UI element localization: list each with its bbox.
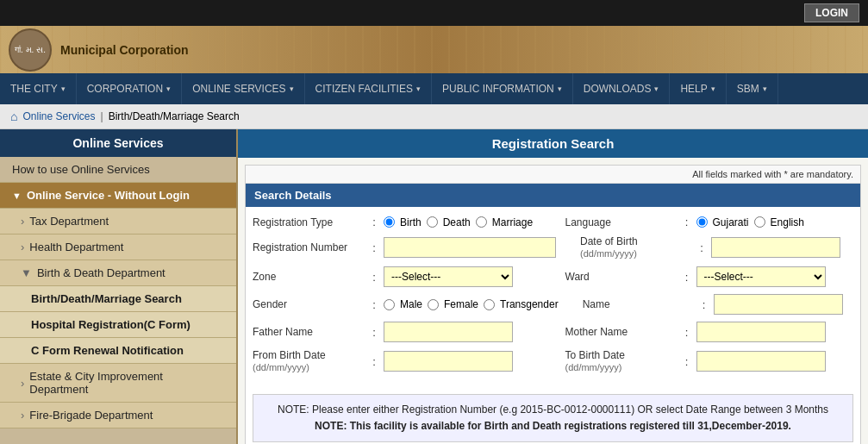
- main-content: Registration Search All fields marked wi…: [238, 129, 868, 444]
- sidebar-item-health[interactable]: › Health Department: [0, 235, 236, 260]
- content-header: Registration Search: [238, 129, 868, 158]
- language-english-label[interactable]: English: [771, 216, 804, 228]
- to-birth-date-label: To Birth Date (dd/mm/yyyy): [565, 349, 678, 373]
- reg-type-marriage-label[interactable]: Marriage: [492, 216, 533, 228]
- chevron-down-icon: ▾: [654, 84, 659, 93]
- ward-label: Ward: [565, 271, 678, 283]
- gender-transgender-radio[interactable]: [484, 299, 495, 310]
- arrow-icon: ›: [21, 409, 24, 422]
- main-layout: Online Services How to use Online Servic…: [0, 129, 868, 444]
- note-2: NOTE: This facility is available for Bir…: [262, 418, 844, 435]
- reg-type-label: Registration Type: [253, 216, 365, 228]
- date-of-birth-input[interactable]: [711, 237, 840, 258]
- to-birth-date-input[interactable]: [696, 351, 826, 372]
- sidebar-item-birth-death[interactable]: ▼ Birth & Death Department: [0, 260, 236, 286]
- dob-label: Date of Birth (dd/mm/yyyy): [580, 235, 692, 260]
- language-gujarati-radio[interactable]: [696, 216, 708, 228]
- arrow-icon: ▼: [21, 266, 32, 279]
- zone-select[interactable]: ---Select---: [384, 266, 513, 287]
- father-name-input[interactable]: [384, 322, 513, 342]
- note-box: NOTE: Please enter either Registration N…: [253, 394, 853, 442]
- mother-name-label: Mother Name: [565, 326, 678, 338]
- gender-male-radio[interactable]: [384, 299, 395, 310]
- chevron-down-icon: ▾: [166, 84, 171, 93]
- nav-corporation[interactable]: CORPORATION ▾: [77, 73, 182, 104]
- row-gender-name: Gender : Male Female Transgender Name: [253, 294, 853, 315]
- note-1: NOTE: Please enter either Registration N…: [262, 402, 844, 418]
- gender-male-label[interactable]: Male: [400, 298, 422, 310]
- sidebar-item-tax[interactable]: › Tax Department: [0, 209, 236, 235]
- arrow-icon: ▼: [12, 191, 22, 201]
- mother-name-input[interactable]: [696, 322, 826, 342]
- nav-public-information[interactable]: PUBLIC INFORMATION ▾: [432, 73, 573, 104]
- language-label: Language: [565, 216, 678, 228]
- gender-transgender-label[interactable]: Transgender: [500, 298, 559, 310]
- arrow-icon: ›: [21, 377, 24, 390]
- search-details-header: Search Details: [246, 184, 860, 207]
- row-parents: Father Name : Mother Name :: [253, 322, 853, 342]
- sidebar-item-estate[interactable]: › Estate & City Improvement Department: [0, 364, 236, 403]
- sidebar-item-birth-search[interactable]: Birth/Death/Marriage Search: [0, 286, 236, 312]
- reg-type-death-radio[interactable]: [427, 216, 438, 228]
- name-label: Name: [583, 298, 695, 310]
- row-reg-type: Registration Type : Birth Death Marriage: [253, 216, 853, 228]
- from-birth-date-input[interactable]: [384, 351, 513, 372]
- reg-number-label: Registration Number: [253, 241, 365, 253]
- gender-female-label[interactable]: Female: [444, 298, 478, 310]
- zone-label: Zone: [253, 271, 365, 283]
- form-body: Registration Type : Birth Death Marriage: [246, 207, 860, 389]
- nav-citizen-facilities[interactable]: CITIZEN FACILITIES ▾: [305, 73, 432, 104]
- chevron-down-icon: ▾: [558, 84, 562, 93]
- logo-bar: गां. મ. સ. Municipal Corporation: [0, 26, 868, 73]
- name-input[interactable]: [714, 294, 843, 315]
- chevron-down-icon: ▾: [763, 84, 767, 93]
- breadcrumb-current: Birth/Death/Marriage Search: [109, 110, 240, 122]
- registration-number-input[interactable]: [384, 237, 556, 258]
- gender-label: Gender: [253, 298, 365, 310]
- chevron-down-icon: ▾: [290, 84, 294, 93]
- breadcrumb-online-services[interactable]: Online Services: [22, 110, 95, 122]
- sidebar-item-cform-renewal[interactable]: C Form Renewal Notification: [0, 338, 236, 364]
- language-radio: Gujarati English: [696, 216, 804, 228]
- nav-downloads[interactable]: DOWNLOADS ▾: [573, 73, 671, 104]
- sidebar-item-how-to[interactable]: How to use Online Services: [0, 157, 236, 183]
- row-date-range: From Birth Date (dd/mm/yyyy) : To Birth …: [253, 349, 853, 373]
- top-header: LOGIN: [0, 0, 868, 26]
- nav-sbm[interactable]: SBM ▾: [727, 73, 778, 104]
- arrow-icon: ›: [21, 241, 24, 253]
- reg-type-birth-label[interactable]: Birth: [400, 216, 422, 228]
- language-english-radio[interactable]: [754, 216, 765, 228]
- logo-emblem: गां. મ. સ.: [9, 28, 52, 72]
- mandatory-note: All fields marked with * are mandatory.: [246, 166, 860, 184]
- gender-female-radio[interactable]: [428, 299, 439, 310]
- row-reg-number: Registration Number : Date of Birth (dd/…: [253, 235, 853, 260]
- registration-type-radio: Birth Death Marriage: [384, 216, 533, 228]
- breadcrumb: ⌂ Online Services | Birth/Death/Marriage…: [0, 104, 868, 129]
- reg-type-marriage-radio[interactable]: [476, 216, 487, 228]
- reg-type-birth-radio[interactable]: [384, 216, 395, 228]
- chevron-down-icon: ▾: [61, 84, 66, 93]
- nav-bar: THE CITY ▾ CORPORATION ▾ ONLINE SERVICES…: [0, 73, 868, 104]
- sidebar-item-hospital-reg[interactable]: Hospital Registration(C Form): [0, 312, 236, 338]
- chevron-down-icon: ▾: [711, 84, 715, 93]
- language-gujarati-label[interactable]: Gujarati: [713, 216, 749, 228]
- nav-help[interactable]: HELP ▾: [670, 73, 726, 104]
- from-birth-date-label: From Birth Date (dd/mm/yyyy): [253, 349, 365, 373]
- gender-radio: Male Female Transgender: [384, 298, 559, 310]
- reg-type-death-label[interactable]: Death: [443, 216, 471, 228]
- form-container: All fields marked with * are mandatory. …: [245, 165, 861, 444]
- sidebar-item-without-login[interactable]: ▼ Online Service - Without Login: [0, 183, 236, 209]
- login-button[interactable]: LOGIN: [804, 3, 859, 22]
- corporation-name: Municipal Corporation: [60, 43, 189, 57]
- home-icon: ⌂: [10, 109, 17, 123]
- row-zone-ward: Zone : ---Select--- Ward : ---Select---: [253, 266, 853, 287]
- ward-select[interactable]: ---Select---: [696, 266, 826, 287]
- arrow-icon: ›: [21, 215, 24, 228]
- nav-online-services[interactable]: ONLINE SERVICES ▾: [182, 73, 304, 104]
- nav-the-city[interactable]: THE CITY ▾: [0, 73, 77, 104]
- sidebar-item-fire-brigade[interactable]: › Fire-Brigade Department: [0, 403, 236, 428]
- sidebar: Online Services How to use Online Servic…: [0, 129, 238, 444]
- father-name-label: Father Name: [253, 326, 365, 338]
- sidebar-header: Online Services: [0, 129, 236, 157]
- chevron-down-icon: ▾: [416, 84, 421, 93]
